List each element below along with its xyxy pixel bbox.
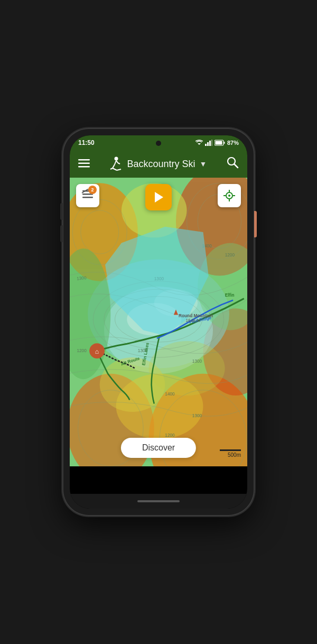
- vol-down-button[interactable]: [60, 225, 63, 242]
- status-icons: 87%: [195, 140, 239, 146]
- home-indicator: [137, 500, 180, 502]
- topo-map: 1300 1200 1300 1200 1400 1300 1300 1400 …: [70, 178, 247, 466]
- discover-bar: Discover: [121, 438, 196, 458]
- crosshair-icon: [222, 189, 236, 203]
- svg-rect-3: [209, 141, 211, 146]
- svg-text:1200: 1200: [225, 253, 235, 257]
- svg-text:Elfin: Elfin: [225, 293, 235, 298]
- menu-icon: [78, 159, 90, 168]
- svg-line-14: [116, 161, 118, 163]
- svg-line-17: [113, 168, 117, 170]
- svg-text:1200: 1200: [77, 348, 87, 353]
- svg-marker-0: [198, 143, 201, 145]
- play-icon: [153, 191, 164, 204]
- map-area[interactable]: 1300 1200 1300 1200 1400 1300 1300 1400 …: [70, 178, 247, 466]
- skier-icon: [109, 157, 123, 171]
- search-button[interactable]: [226, 156, 239, 172]
- svg-line-13: [113, 164, 115, 168]
- svg-text:1300: 1300: [192, 413, 202, 418]
- search-icon: [226, 156, 239, 169]
- svg-rect-4: [211, 140, 212, 146]
- header-title[interactable]: Backcountry Ski ▼: [109, 157, 207, 171]
- layers-button[interactable]: 2: [76, 184, 99, 207]
- camera: [156, 141, 161, 146]
- svg-rect-68: [82, 197, 93, 198]
- signal-icon: [205, 140, 212, 146]
- vol-up-button[interactable]: [60, 203, 63, 220]
- scale-line: [220, 449, 241, 451]
- svg-text:1300: 1300: [192, 359, 202, 364]
- svg-point-11: [114, 157, 118, 161]
- svg-point-71: [228, 195, 230, 197]
- dropdown-icon[interactable]: ▼: [200, 160, 207, 168]
- layers-badge: 2: [88, 186, 97, 194]
- status-time: 11:50: [78, 139, 95, 146]
- svg-line-16: [110, 168, 113, 169]
- svg-rect-2: [207, 142, 209, 146]
- power-button[interactable]: [254, 211, 257, 237]
- battery-icon: [215, 140, 225, 146]
- svg-text:1300: 1300: [77, 275, 87, 281]
- svg-rect-9: [78, 162, 90, 164]
- svg-text:Round Mountain: Round Mountain: [179, 314, 213, 318]
- svg-line-18: [117, 169, 121, 170]
- svg-rect-7: [215, 141, 222, 145]
- phone-frame: 11:50: [63, 129, 254, 515]
- svg-text:⌂: ⌂: [95, 348, 99, 355]
- play-button[interactable]: [145, 184, 172, 210]
- svg-marker-69: [155, 192, 163, 203]
- app-title: Backcountry Ski: [127, 159, 195, 170]
- svg-rect-8: [78, 159, 90, 161]
- svg-line-20: [234, 164, 238, 168]
- svg-rect-6: [223, 142, 225, 144]
- svg-line-15: [118, 163, 120, 164]
- svg-rect-10: [78, 166, 90, 168]
- wifi-icon: [195, 140, 203, 146]
- menu-button[interactable]: [78, 158, 90, 170]
- discover-button[interactable]: Discover: [121, 438, 196, 458]
- app-header: Backcountry Ski ▼: [70, 150, 247, 178]
- svg-text:1400: 1400: [165, 392, 175, 397]
- scale-label: 500m: [228, 452, 241, 458]
- svg-text:1646 m: 1646 m: [186, 318, 201, 323]
- scale-bar: 500m: [220, 449, 241, 458]
- svg-rect-1: [205, 144, 207, 146]
- location-button[interactable]: [218, 184, 241, 207]
- phone-screen: 11:50: [70, 135, 247, 509]
- home-bar: [70, 494, 247, 509]
